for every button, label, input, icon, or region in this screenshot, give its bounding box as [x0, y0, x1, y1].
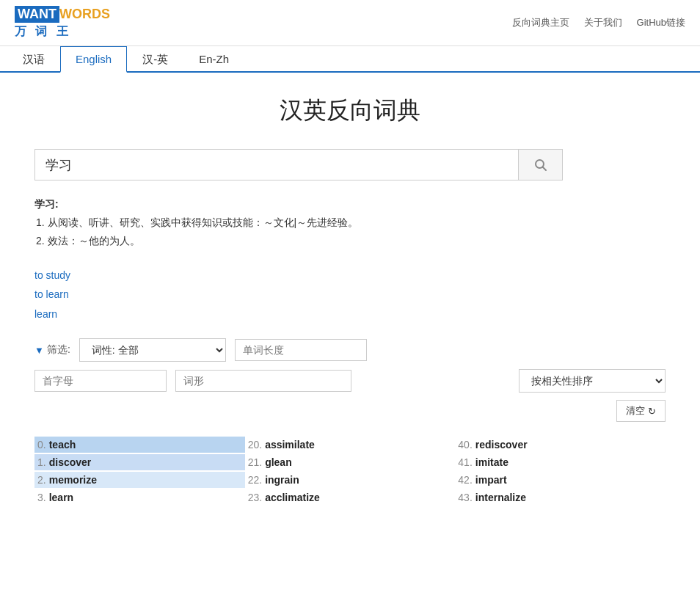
search-container: [34, 149, 563, 180]
nav-links: 反向词典主页 关于我们 GitHub链接: [512, 16, 685, 29]
search-button[interactable]: [518, 150, 562, 180]
result-item[interactable]: 2.memorize: [34, 472, 245, 488]
svg-line-1: [542, 167, 546, 170]
filter-row-2: 按相关性排序: [34, 369, 666, 393]
main-content: 汉英反向词典 学习: 1. 从阅读、听讲、研究、实践中获得知识或技能：～文化|～…: [20, 73, 680, 528]
page-title: 汉英反向词典: [34, 95, 666, 127]
filter-label: ▼ 筛选:: [34, 343, 70, 357]
keyword-1[interactable]: to learn: [34, 285, 666, 304]
logo-want: WANT: [15, 6, 59, 23]
filter-row-3: 清空 ↻: [34, 400, 666, 422]
tab-zh[interactable]: 汉语: [7, 46, 60, 73]
result-item[interactable]: 1.discover: [34, 454, 245, 470]
result-item[interactable]: 23.acclimatize: [245, 489, 456, 506]
result-item[interactable]: 42.impart: [455, 472, 666, 488]
tab-zh-en[interactable]: 汉-英: [127, 46, 183, 73]
logo-words: WORDS: [59, 7, 110, 22]
logo-zh: 万 词 王: [15, 24, 71, 40]
result-item[interactable]: 22.ingrain: [245, 472, 456, 488]
result-item[interactable]: 41.imitate: [455, 454, 666, 470]
filter-section: ▼ 筛选: 词性: 全部 按相关性排序 清空 ↻: [34, 338, 666, 422]
logo: WANTWORDS 万 词 王: [15, 6, 110, 40]
nav-github[interactable]: GitHub链接: [637, 16, 685, 29]
results-grid: 0.teach 20.assimilate 40.rediscover 1.di…: [34, 437, 666, 506]
pos-select[interactable]: 词性: 全部: [79, 338, 226, 362]
word-length-input[interactable]: [235, 339, 367, 361]
result-item[interactable]: 3.learn: [34, 489, 245, 506]
clear-button[interactable]: 清空 ↻: [616, 400, 666, 422]
result-item[interactable]: 40.rediscover: [455, 437, 666, 453]
result-item[interactable]: 21.glean: [245, 454, 456, 470]
def-line-2: 2. 效法：～他的为人。: [34, 232, 666, 250]
clear-label: 清空: [626, 404, 645, 417]
sort-select[interactable]: 按相关性排序: [519, 369, 666, 393]
tab-en[interactable]: English: [60, 46, 127, 73]
first-letter-input[interactable]: [34, 370, 167, 392]
keywords-section: to study to learn learn: [34, 266, 666, 324]
result-item[interactable]: 0.teach: [34, 437, 245, 453]
search-icon: [533, 158, 548, 172]
filter-icon: ▼: [34, 345, 44, 356]
refresh-icon: ↻: [648, 406, 656, 417]
nav-home[interactable]: 反向词典主页: [512, 16, 569, 29]
word-form-input[interactable]: [175, 370, 351, 392]
definition-section: 学习: 1. 从阅读、听讲、研究、实践中获得知识或技能：～文化|～先进经验。 2…: [34, 195, 666, 251]
def-line-1: 1. 从阅读、听讲、研究、实践中获得知识或技能：～文化|～先进经验。: [34, 214, 666, 232]
result-item[interactable]: 20.assimilate: [245, 437, 456, 453]
search-input[interactable]: [35, 150, 518, 180]
filter-row-1: ▼ 筛选: 词性: 全部: [34, 338, 666, 362]
keyword-0[interactable]: to study: [34, 266, 666, 285]
tab-bar: 汉语 English 汉-英 En-Zh: [0, 46, 700, 73]
tab-en-zh[interactable]: En-Zh: [183, 46, 244, 73]
keyword-2[interactable]: learn: [34, 304, 666, 324]
filter-text: 筛选:: [47, 343, 70, 357]
nav-about[interactable]: 关于我们: [584, 16, 622, 29]
result-item[interactable]: 43.internalize: [455, 489, 666, 506]
def-word: 学习:: [34, 195, 666, 214]
header: WANTWORDS 万 词 王 反向词典主页 关于我们 GitHub链接: [0, 0, 700, 46]
